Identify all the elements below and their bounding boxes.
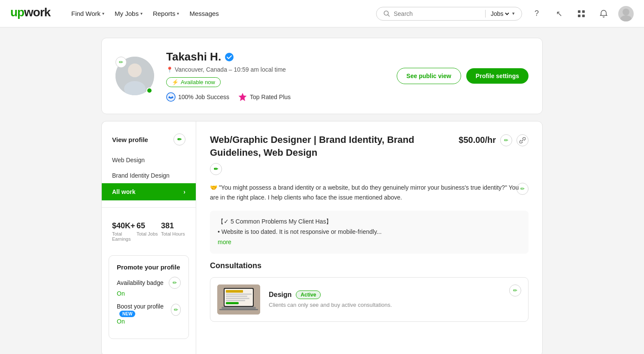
- svg-point-14: [167, 93, 175, 101]
- search-category-select[interactable]: Jobs: [485, 10, 510, 18]
- svg-point-13: [225, 53, 234, 61]
- promote-title: Promote your profile: [117, 263, 181, 271]
- edit-icon-rate: ✏: [504, 137, 508, 143]
- available-label: Available now: [181, 79, 215, 85]
- job-title-row: Web/Graphic Designer | Brand Identity, B…: [210, 133, 529, 175]
- top-rated-icon: [238, 92, 247, 102]
- job-title: Web/Graphic Designer | Brand Identity, B…: [210, 133, 459, 175]
- svg-text:up: up: [10, 6, 24, 19]
- navbar: up work Find Work ▾ My Jobs ▾ Reports ▾ …: [0, 0, 644, 27]
- reports-nav[interactable]: Reports ▾: [149, 6, 184, 21]
- messages-nav[interactable]: Messages: [185, 6, 223, 21]
- rate-edit-button[interactable]: ✏: [500, 134, 512, 146]
- sidebar-item-all-work[interactable]: All work ›: [102, 183, 196, 200]
- available-badge[interactable]: ⚡ Available now: [166, 77, 221, 87]
- stat-earnings: $40K+ Total Earnings: [112, 221, 137, 242]
- consultation-name: Design: [269, 291, 292, 299]
- see-public-view-button[interactable]: See public view: [397, 68, 461, 84]
- brand-logo[interactable]: up work: [10, 4, 53, 23]
- profile-actions: See public view Profile settings: [397, 68, 529, 84]
- profile-header-card: ✏ Takashi H. 📍 Vancouver, Canada – 10:59…: [101, 38, 543, 114]
- hourly-rate: $50.00/hr: [459, 135, 496, 145]
- svg-rect-4: [578, 10, 580, 13]
- edit-icon-consult: ✏: [513, 287, 517, 293]
- more-link[interactable]: more: [218, 239, 231, 245]
- svg-point-9: [620, 15, 632, 21]
- search-bar[interactable]: Jobs ▾: [376, 7, 522, 21]
- promote-box: Promote your profile Availability badge …: [109, 255, 189, 339]
- svg-rect-20: [226, 293, 252, 295]
- rate-row: $50.00/hr ✏: [459, 133, 529, 146]
- job-title-edit-button[interactable]: ✏: [210, 163, 222, 175]
- job-success-badge: 100% Job Success: [166, 92, 229, 102]
- boost-edit-button[interactable]: ✏: [171, 304, 181, 316]
- cursor-icon: ↖: [556, 9, 562, 18]
- my-jobs-nav[interactable]: My Jobs ▾: [110, 6, 147, 21]
- consultations-section: Consultations: [210, 261, 529, 322]
- lower-section: View profile ✏ Web Design Brand Identity…: [101, 121, 543, 354]
- consultation-edit-button[interactable]: ✏: [509, 284, 521, 297]
- location-pin-icon: 📍: [166, 67, 173, 73]
- notifications-button[interactable]: [596, 6, 611, 21]
- consultation-thumbnail: [217, 284, 260, 315]
- bio-section: 🤝 "You might possess a brand identity or…: [210, 183, 529, 202]
- edit-icon-boost: ✏: [174, 307, 178, 313]
- consultations-title: Consultations: [210, 261, 529, 270]
- profile-name-row: Takashi H.: [166, 50, 385, 64]
- svg-rect-19: [226, 290, 243, 293]
- svg-rect-24: [226, 302, 239, 304]
- search-input[interactable]: [394, 10, 482, 17]
- grid-button[interactable]: [574, 6, 589, 21]
- earnings-label: Total Earnings: [112, 231, 137, 242]
- svg-point-8: [623, 9, 629, 15]
- link-icon: [519, 137, 526, 143]
- help-icon: ?: [535, 9, 539, 18]
- checklist-title: 【✓ 5 Common Problems My Client Has】: [218, 217, 521, 227]
- edit-icon-availability: ✏: [173, 280, 177, 286]
- svg-rect-5: [582, 10, 585, 13]
- svg-rect-6: [578, 15, 580, 17]
- rate-link-button[interactable]: [516, 134, 529, 146]
- messages-label: Messages: [189, 10, 219, 17]
- chevron-right-icon: ›: [183, 188, 185, 195]
- sidebar-item-brand-identity[interactable]: Brand Identity Design: [102, 168, 196, 183]
- profile-name: Takashi H.: [166, 50, 221, 64]
- search-icon: [383, 10, 390, 17]
- help-button[interactable]: ?: [529, 6, 544, 21]
- stat-hours: 381 Total Hours: [161, 221, 185, 242]
- checklist-item-1: • Website is too dated. It is not respon…: [218, 227, 521, 237]
- stats-row: $40K+ Total Earnings 65 Total Jobs 381 T…: [102, 215, 196, 248]
- user-avatar-nav[interactable]: [618, 6, 634, 21]
- job-success-label: 100% Job Success: [178, 94, 229, 100]
- cursor-tool-button[interactable]: ↖: [551, 6, 567, 21]
- avatar-wrapper: ✏: [115, 57, 154, 95]
- svg-rect-26: [219, 309, 258, 310]
- edit-icon: ✏: [119, 59, 123, 65]
- main-content: ✏ Takashi H. 📍 Vancouver, Canada – 10:59…: [94, 38, 550, 354]
- sidebar-item-web-design[interactable]: Web Design: [102, 152, 196, 168]
- profile-settings-button[interactable]: Profile settings: [466, 68, 529, 84]
- checklist-section: 【✓ 5 Common Problems My Client Has】 • We…: [210, 211, 529, 253]
- bell-icon: [599, 9, 608, 18]
- online-indicator: [146, 88, 152, 94]
- svg-rect-23: [226, 300, 245, 301]
- consultation-info: Design Active Clients can only see and b…: [269, 290, 521, 308]
- verified-icon: [225, 52, 234, 62]
- availability-edit-button[interactable]: ✏: [169, 277, 181, 289]
- navbar-icons: ? ↖: [529, 6, 634, 21]
- sidebar-view-profile-row: View profile ✏: [102, 132, 196, 152]
- svg-rect-7: [582, 15, 585, 17]
- avatar-edit-button[interactable]: ✏: [115, 57, 127, 68]
- promote-availability-item: Availability badge ✏ On: [117, 277, 181, 297]
- jobs-label: Total Jobs: [137, 231, 161, 236]
- find-work-nav[interactable]: Find Work ▾: [67, 6, 109, 21]
- view-profile-edit-button[interactable]: ✏: [173, 133, 185, 145]
- reports-label: Reports: [153, 10, 176, 17]
- profile-info: Takashi H. 📍 Vancouver, Canada – 10:59 a…: [166, 50, 385, 102]
- consultation-description: Clients can only see and buy active cons…: [269, 302, 521, 308]
- active-status-badge: Active: [296, 290, 321, 299]
- hours-label: Total Hours: [161, 231, 185, 236]
- earnings-value: $40K+: [112, 221, 137, 230]
- svg-rect-25: [222, 307, 256, 309]
- svg-point-11: [128, 64, 142, 77]
